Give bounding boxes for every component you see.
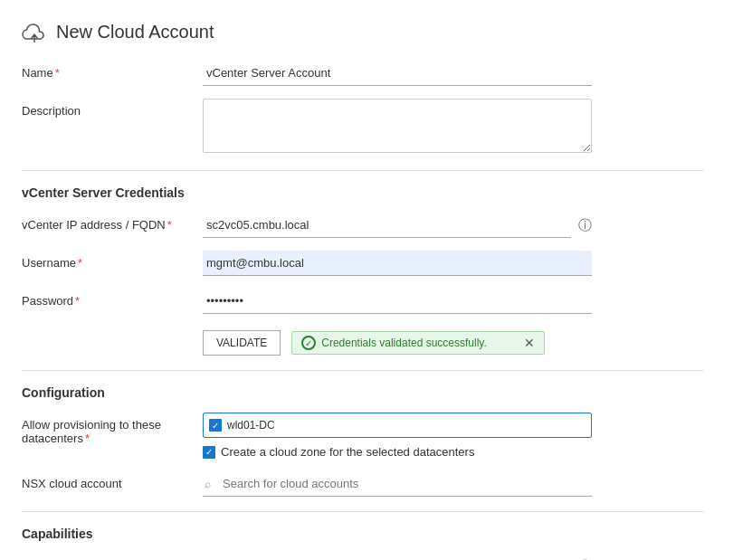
- datacenter-input-wrap: ✓ wld01-DC: [203, 413, 592, 438]
- vcenter-row: vCenter IP address / FQDN* ⓘ: [22, 213, 704, 238]
- success-close-icon[interactable]: ✕: [524, 337, 535, 349]
- vcenter-info-icon[interactable]: ⓘ: [578, 217, 592, 234]
- success-message: Credentials validated successfully.: [321, 337, 487, 349]
- capability-tags-input-container: ⓘ: [203, 554, 592, 560]
- cloud-zone-label: Create a cloud zone for the selected dat…: [221, 445, 474, 459]
- password-row: Password*: [22, 289, 704, 314]
- page-header: New Cloud Account: [22, 22, 704, 43]
- validate-controls: VALIDATE ✓ Credentials validated success…: [203, 327, 592, 356]
- nsx-field-wrap: ⌕: [203, 471, 592, 497]
- validate-button[interactable]: VALIDATE: [203, 330, 281, 356]
- capability-tags-label: Capability tags: [22, 554, 203, 560]
- nsx-label: NSX cloud account: [22, 471, 203, 490]
- name-input[interactable]: [203, 61, 592, 86]
- success-badge-inner: ✓ Credentials validated successfully.: [301, 336, 487, 350]
- check-circle-icon: ✓: [301, 336, 316, 350]
- description-field-wrap: [203, 99, 592, 156]
- username-label: Username*: [22, 251, 203, 270]
- capability-tags-row: Capability tags ⓘ: [22, 554, 704, 560]
- provisioning-label: Allow provisioning to these datacenters*: [22, 413, 203, 445]
- password-input[interactable]: [203, 289, 592, 314]
- nsx-search-icon: ⌕: [205, 478, 211, 490]
- cloud-zone-row: ✓ Create a cloud zone for the selected d…: [203, 445, 592, 459]
- password-field-wrap: [203, 289, 592, 314]
- description-input[interactable]: [203, 99, 592, 153]
- datacenter-tag: wld01-DC: [227, 419, 275, 432]
- capabilities-section-title: Capabilities: [22, 527, 704, 541]
- cloud-icon: [22, 23, 47, 43]
- provisioning-row: Allow provisioning to these datacenters*…: [22, 413, 704, 459]
- page-title: New Cloud Account: [56, 22, 214, 43]
- validate-inner-row: VALIDATE ✓ Credentials validated success…: [203, 330, 592, 356]
- nsx-row: NSX cloud account ⌕: [22, 471, 704, 497]
- description-row: Description: [22, 99, 704, 156]
- nsx-search-input[interactable]: [203, 471, 592, 497]
- name-row: Name*: [22, 61, 704, 86]
- success-badge: ✓ Credentials validated successfully. ✕: [291, 331, 545, 355]
- username-input[interactable]: [203, 251, 592, 276]
- validate-row: VALIDATE ✓ Credentials validated success…: [22, 327, 704, 356]
- username-field-wrap: [203, 251, 592, 276]
- vcenter-input[interactable]: [203, 213, 571, 238]
- username-row: Username*: [22, 251, 704, 276]
- configuration-section-title: Configuration: [22, 385, 704, 400]
- description-label: Description: [22, 99, 203, 118]
- capability-tags-input[interactable]: [203, 554, 571, 560]
- provisioning-field-wrap: ✓ wld01-DC ✓ Create a cloud zone for the…: [203, 413, 592, 459]
- capability-tags-field-wrap: ⓘ: [203, 554, 592, 560]
- cloud-zone-checkbox[interactable]: ✓: [203, 446, 215, 459]
- validate-label-spacer: [22, 327, 203, 332]
- credentials-section-title: vCenter Server Credentials: [22, 185, 704, 200]
- name-field-wrap: [203, 61, 592, 86]
- password-label: Password*: [22, 289, 203, 308]
- name-label: Name*: [22, 61, 203, 80]
- vcenter-label: vCenter IP address / FQDN*: [22, 213, 203, 232]
- vcenter-input-container: ⓘ: [203, 213, 592, 238]
- vcenter-field-wrap: ⓘ: [203, 213, 592, 238]
- datacenter-checkbox[interactable]: ✓: [209, 419, 222, 432]
- nsx-search-wrap: ⌕: [203, 471, 592, 497]
